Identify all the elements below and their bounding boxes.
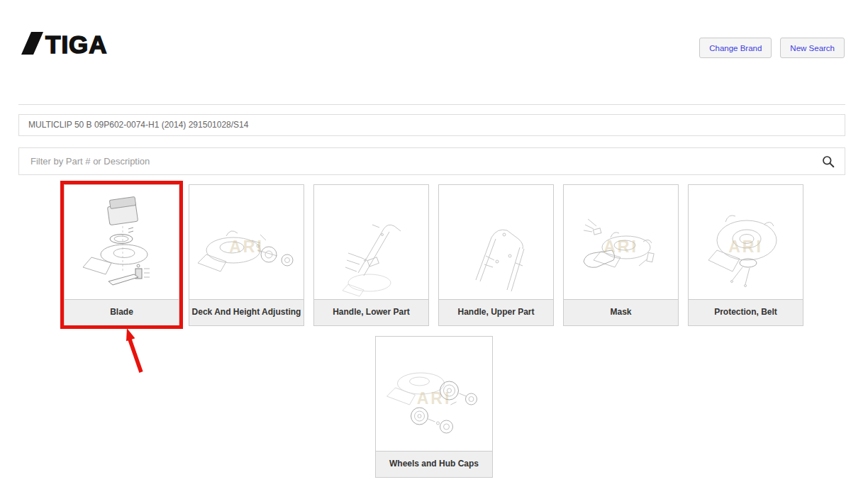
wheels-diagram-image: ARI xyxy=(376,337,492,451)
model-bar[interactable]: MULTICLIP 50 B 09P602-0074-H1 (2014) 291… xyxy=(18,114,845,136)
stiga-logo-slash xyxy=(21,32,43,55)
change-brand-button[interactable]: Change Brand xyxy=(699,38,772,58)
new-search-button[interactable]: New Search xyxy=(780,38,845,58)
category-label-mask: Mask xyxy=(564,299,678,325)
mask-diagram-image: ARI xyxy=(564,185,678,299)
category-card-wheels-and-hub-caps[interactable]: ARI Wheels and Hu xyxy=(375,336,493,478)
category-card-mask[interactable]: ARI Mask xyxy=(563,184,679,326)
handle-upper-diagram-image xyxy=(439,185,553,299)
category-card-blade[interactable]: Blade xyxy=(64,184,179,326)
category-label-wheels: Wheels and Hub Caps xyxy=(376,451,492,477)
stiga-logo-text: TIGA xyxy=(45,30,108,57)
category-grid-row-1: Blade ARI xyxy=(64,184,803,326)
category-label-blade: Blade xyxy=(65,299,179,325)
category-label-deck: Deck And Height Adjusting xyxy=(189,299,304,325)
category-card-protection-belt[interactable]: ARI Protection, Belt xyxy=(688,184,803,326)
filter-input[interactable] xyxy=(29,155,815,167)
filter-bar xyxy=(18,147,845,175)
stiga-logo: TIGA xyxy=(21,30,128,60)
header-buttons: Change Brand New Search xyxy=(699,38,845,58)
category-label-handle-upper: Handle, Upper Part xyxy=(439,299,553,325)
blade-diagram-image xyxy=(65,185,179,299)
category-card-deck-and-height-adjusting[interactable]: ARI Deck And Height Adjusting xyxy=(189,184,304,326)
search-icon[interactable] xyxy=(822,155,835,168)
parts-catalog-page: TIGA Change Brand New Search MULTICLIP 5… xyxy=(0,0,868,482)
category-card-handle-upper-part[interactable]: Handle, Upper Part xyxy=(438,184,554,326)
deck-diagram-image: ARI xyxy=(189,185,304,299)
category-label-protection-belt: Protection, Belt xyxy=(689,299,803,325)
category-card-handle-lower-part[interactable]: Handle, Lower Part xyxy=(313,184,429,326)
category-label-handle-lower: Handle, Lower Part xyxy=(314,299,428,325)
category-grid-row-2: ARI Wheels and Hu xyxy=(0,336,868,478)
header-divider xyxy=(18,104,845,105)
protection-belt-diagram-image: ARI xyxy=(689,185,803,299)
handle-lower-diagram-image xyxy=(314,185,428,299)
